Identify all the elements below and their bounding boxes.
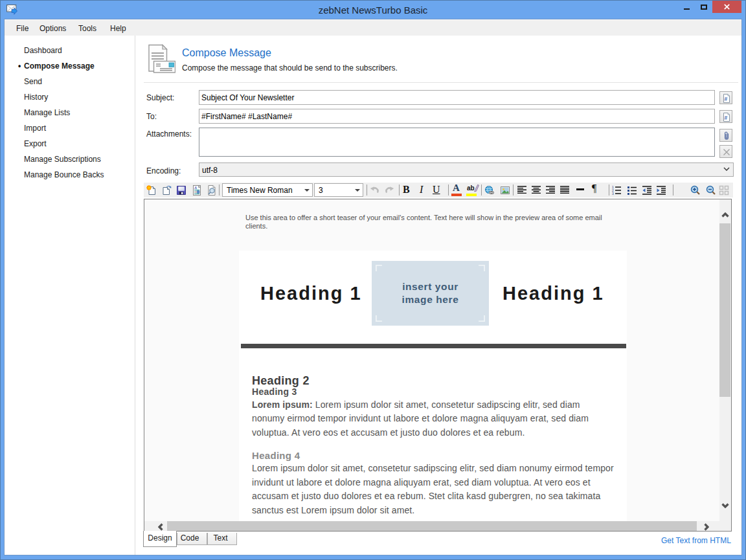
svg-text:#: # [725,115,728,121]
svg-text:#: # [725,96,728,102]
svg-text:3: 3 [612,192,614,196]
svg-text:A: A [194,186,197,190]
